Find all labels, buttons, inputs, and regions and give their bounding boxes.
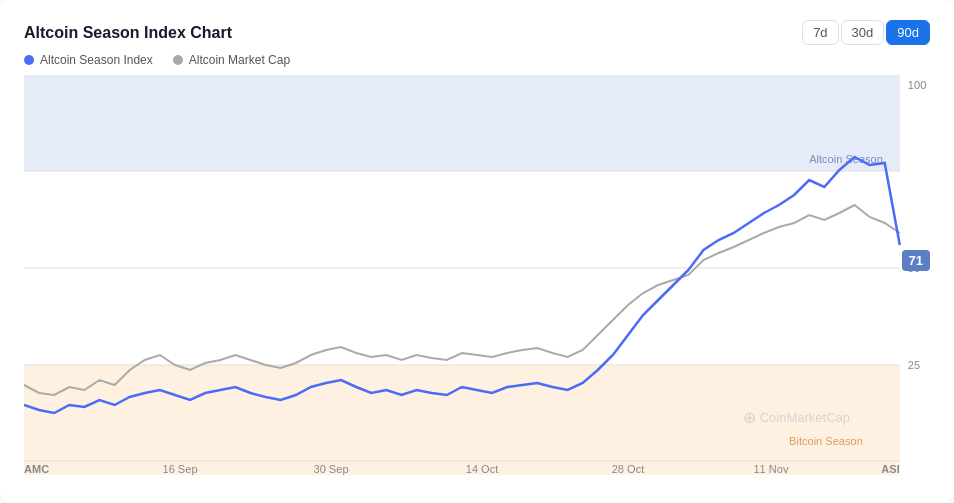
chart-title: Altcoin Season Index Chart	[24, 24, 232, 42]
legend-item-marketcap: Altcoin Market Cap	[173, 53, 290, 67]
legend-label-marketcap: Altcoin Market Cap	[189, 53, 290, 67]
x-label-11nov: 11 Nov	[753, 463, 789, 475]
watermark-text: CoinMarketCap	[760, 410, 850, 425]
chart-area: Altcoin Season Bitcoin Season 2T 1T 1T 1…	[24, 75, 930, 475]
y-label-25: 25	[908, 359, 920, 371]
x-label-16sep: 16 Sep	[163, 463, 198, 475]
legend-row: Altcoin Season Index Altcoin Market Cap	[24, 53, 930, 67]
legend-dot-index	[24, 55, 34, 65]
time-btn-90d[interactable]: 90d	[886, 20, 930, 45]
x-label-30sep: 30 Sep	[314, 463, 349, 475]
current-value-badge: 71	[902, 250, 930, 271]
bitcoin-season-label: Bitcoin Season	[789, 435, 863, 447]
watermark: ⊕ CoinMarketCap	[743, 408, 850, 427]
x-label-14oct: 14 Oct	[466, 463, 499, 475]
y-label-100: 100	[908, 79, 926, 91]
altcoin-season-zone	[24, 75, 900, 171]
legend-label-index: Altcoin Season Index	[40, 53, 153, 67]
x-label-amc: AMC	[24, 463, 49, 475]
x-label-28oct: 28 Oct	[612, 463, 645, 475]
watermark-icon: ⊕	[743, 408, 756, 427]
chart-container: Altcoin Season Index Chart 7d 30d 90d Al…	[0, 0, 954, 503]
legend-item-index: Altcoin Season Index	[24, 53, 153, 67]
time-buttons: 7d 30d 90d	[802, 20, 930, 45]
legend-dot-marketcap	[173, 55, 183, 65]
time-btn-7d[interactable]: 7d	[802, 20, 838, 45]
time-btn-30d[interactable]: 30d	[841, 20, 885, 45]
header-row: Altcoin Season Index Chart 7d 30d 90d	[24, 20, 930, 45]
x-label-asi: ASI	[881, 463, 899, 475]
